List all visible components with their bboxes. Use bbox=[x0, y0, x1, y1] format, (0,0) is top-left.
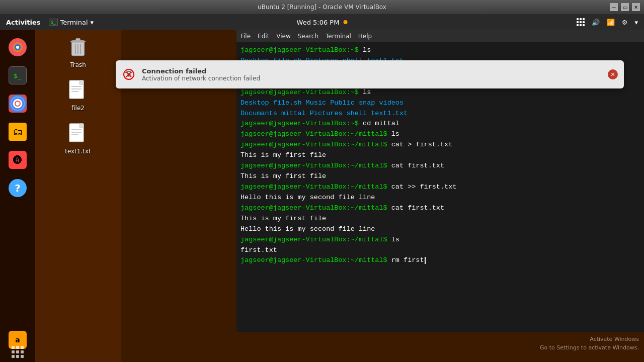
file2-icon bbox=[66, 78, 90, 103]
terminal-line-19: jagseer@jagseer-VirtualBox:~/mittal$ ls bbox=[240, 235, 644, 245]
trash-icon bbox=[66, 35, 90, 59]
text1-label: text1.txt bbox=[65, 148, 91, 155]
main-area: $_ 🗂 🅐 ? bbox=[0, 30, 644, 362]
topbar-datetime: Wed 5:06 PM bbox=[297, 19, 340, 26]
titlebar: uBuntu 2 [Running] - Oracle VM VirtualBo… bbox=[0, 0, 644, 14]
file2-label: file2 bbox=[71, 105, 85, 112]
trash-label: Trash bbox=[70, 61, 86, 68]
sidebar: $_ 🗂 🅐 ? bbox=[0, 30, 35, 362]
terminal-line-1: jagseer@jagseer-VirtualBox:~$ ls bbox=[240, 45, 644, 56]
terminal-line-13: This is my first file bbox=[240, 171, 644, 182]
sidebar-item-files[interactable]: 🗂 bbox=[6, 120, 30, 144]
terminal-icon: $_ bbox=[9, 66, 27, 84]
topbar-recording-dot bbox=[343, 20, 347, 24]
terminal-line-active: jagseer@jagseer-VirtualBox:~/mittal$ rm … bbox=[240, 255, 644, 266]
minimize-button[interactable]: ─ bbox=[610, 3, 618, 11]
terminal-line-16: jagseer@jagseer-VirtualBox:~/mittal$ cat… bbox=[240, 203, 644, 214]
topbar: Activities $_ Terminal ▾ Wed 5:06 PM 🔊 📶… bbox=[0, 14, 644, 30]
terminal-line-14: jagseer@jagseer-VirtualBox:~/mittal$ cat… bbox=[240, 182, 644, 193]
terminal-taskbar-item[interactable]: $_ Terminal ▾ bbox=[49, 19, 94, 26]
terminal-taskbar-icon: $_ bbox=[49, 19, 58, 26]
desktop-area: Trash file2 bbox=[35, 30, 121, 362]
show-apps-button[interactable] bbox=[0, 342, 35, 362]
notification-icon bbox=[122, 67, 136, 81]
svg-rect-10 bbox=[76, 38, 80, 40]
topbar-datetime-area: Wed 5:06 PM bbox=[297, 19, 348, 26]
svg-rect-11 bbox=[70, 41, 86, 43]
svg-point-25 bbox=[128, 75, 130, 77]
text1-icon bbox=[66, 122, 90, 146]
dropdown-arrow[interactable]: ▾ bbox=[634, 19, 638, 26]
maximize-button[interactable]: ▭ bbox=[621, 3, 629, 11]
sidebar-item-terminal[interactable]: $_ bbox=[6, 63, 30, 87]
volume-icon[interactable]: 🔊 bbox=[592, 19, 600, 26]
terminal-line-5: jagseer@jagseer-VirtualBox:~$ ls bbox=[240, 87, 644, 98]
terminal-line-9: jagseer@jagseer-VirtualBox:~/mittal$ ls bbox=[240, 129, 644, 140]
firefox-icon bbox=[9, 38, 27, 56]
desktop-icon-text1[interactable]: text1.txt bbox=[65, 122, 91, 155]
activities-button[interactable]: Activities bbox=[6, 19, 41, 26]
svg-point-4 bbox=[15, 101, 20, 106]
network-icon[interactable]: 📶 bbox=[607, 19, 615, 26]
activate-line2: Go to Settings to activate Windows. bbox=[540, 344, 639, 352]
menu-file[interactable]: File bbox=[240, 33, 251, 40]
menu-edit[interactable]: Edit bbox=[258, 33, 269, 40]
terminal-line-20: first.txt bbox=[240, 245, 644, 256]
menu-search[interactable]: Search bbox=[298, 33, 318, 40]
terminal-taskbar-label: Terminal bbox=[60, 19, 88, 26]
titlebar-title: uBuntu 2 [Running] - Oracle VM VirtualBo… bbox=[258, 4, 386, 11]
terminal-line-11: This is my first file bbox=[240, 150, 644, 161]
notification-subtitle: Activation of network connection failed bbox=[142, 75, 602, 82]
terminal-line-6: Desktop file.sh Music Public snap videos bbox=[240, 98, 644, 109]
desktop-icon-file2[interactable]: file2 bbox=[66, 78, 90, 112]
notification-banner: Connection failed Activation of network … bbox=[116, 60, 624, 88]
terminal-line-17: This is my first file bbox=[240, 214, 644, 224]
desktop-icon-trash[interactable]: Trash bbox=[66, 35, 90, 68]
terminal-line-18: Hello this is my second file line bbox=[240, 224, 644, 235]
files-icon: 🗂 bbox=[9, 123, 27, 141]
terminal-line-12: jagseer@jagseer-VirtualBox:~/mittal$ cat… bbox=[240, 161, 644, 171]
activate-windows-watermark: Activate Windows Go to Settings to activ… bbox=[540, 335, 639, 352]
notification-title: Connection failed bbox=[142, 67, 602, 75]
menu-terminal[interactable]: Terminal bbox=[326, 33, 351, 40]
topbar-right-area: 🔊 📶 ⚙ ▾ bbox=[577, 18, 638, 26]
terminal-line-15: Hello this is my second file line bbox=[240, 193, 644, 203]
sidebar-item-firefox[interactable] bbox=[6, 35, 30, 59]
notification-close-button[interactable]: ✕ bbox=[608, 69, 618, 79]
sidebar-item-help[interactable]: ? bbox=[6, 176, 30, 200]
terminal-menubar: File Edit View Search Terminal Help bbox=[236, 30, 644, 42]
terminal-line-10: jagseer@jagseer-VirtualBox:~/mittal$ cat… bbox=[240, 140, 644, 150]
terminal-line-7: Documants mittal Pictures shell text1.tx… bbox=[240, 109, 644, 119]
notification-text: Connection failed Activation of network … bbox=[142, 67, 602, 82]
svg-rect-18 bbox=[79, 124, 84, 128]
svg-point-2 bbox=[16, 46, 19, 49]
activate-line1: Activate Windows bbox=[540, 335, 639, 344]
titlebar-controls: ─ ▭ ✕ bbox=[610, 3, 640, 11]
settings-icon[interactable]: ⚙ bbox=[622, 19, 628, 26]
close-button[interactable]: ✕ bbox=[632, 3, 640, 11]
help-icon: ? bbox=[9, 179, 27, 197]
terminal-line-8: jagseer@jagseer-VirtualBox:~$ cd mittal bbox=[240, 119, 644, 129]
sidebar-item-software[interactable]: 🅐 bbox=[6, 148, 30, 172]
menu-view[interactable]: View bbox=[276, 33, 290, 40]
menu-help[interactable]: Help bbox=[358, 33, 372, 40]
apps-grid-icon[interactable] bbox=[577, 18, 585, 26]
browser-icon bbox=[9, 95, 27, 113]
apps-grid-dots bbox=[12, 346, 24, 358]
sidebar-item-browser[interactable] bbox=[6, 92, 30, 116]
svg-rect-13 bbox=[79, 80, 84, 84]
terminal-dropdown-arrow[interactable]: ▾ bbox=[91, 19, 94, 26]
cursor-blink bbox=[425, 257, 426, 264]
software-icon: 🅐 bbox=[9, 151, 27, 169]
